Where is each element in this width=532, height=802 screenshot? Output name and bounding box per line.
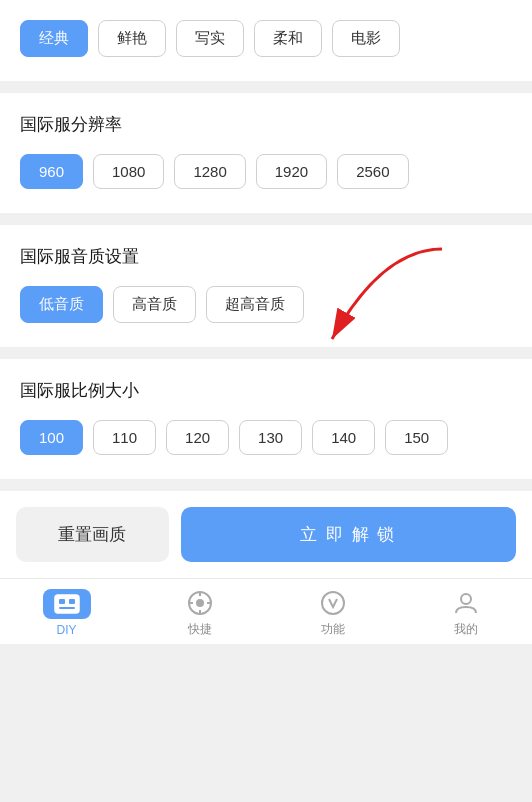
resolution-option-2[interactable]: 1280: [174, 154, 245, 189]
audio-option-0[interactable]: 低音质: [20, 286, 103, 323]
color-section: 经典鲜艳写实柔和电影: [0, 0, 532, 81]
mine-icon: [452, 589, 480, 617]
unlock-button[interactable]: 立 即 解 锁: [181, 507, 517, 562]
svg-rect-4: [59, 607, 75, 609]
resolution-option-1[interactable]: 1080: [93, 154, 164, 189]
resolution-option-3[interactable]: 1920: [256, 154, 327, 189]
scale-option-3[interactable]: 130: [239, 420, 302, 455]
svg-rect-1: [55, 595, 79, 613]
diy-icon: [43, 589, 91, 619]
audio-title: 国际服音质设置: [20, 245, 512, 268]
audio-section: 国际服音质设置 低音质高音质超高音质: [0, 225, 532, 347]
svg-point-12: [461, 594, 471, 604]
color-option-2[interactable]: 写实: [176, 20, 244, 57]
resolution-title: 国际服分辨率: [20, 113, 512, 136]
func-icon: [319, 589, 347, 617]
scale-option-1[interactable]: 110: [93, 420, 156, 455]
nav-item-func[interactable]: 功能: [266, 589, 399, 638]
scale-options-row: 100110120130140150: [20, 420, 512, 455]
nav-label-mine: 我的: [454, 621, 478, 638]
svg-point-6: [196, 599, 204, 607]
svg-rect-2: [59, 599, 65, 604]
nav-label-func: 功能: [321, 621, 345, 638]
resolution-options-row: 9601080128019202560: [20, 154, 512, 189]
svg-point-11: [322, 592, 344, 614]
svg-rect-3: [69, 599, 75, 604]
resolution-option-4[interactable]: 2560: [337, 154, 408, 189]
scale-title: 国际服比例大小: [20, 379, 512, 402]
nav-item-diy[interactable]: DIY: [0, 589, 133, 638]
reset-button[interactable]: 重置画质: [16, 507, 169, 562]
scale-option-2[interactable]: 120: [166, 420, 229, 455]
audio-option-1[interactable]: 高音质: [113, 286, 196, 323]
scale-option-0[interactable]: 100: [20, 420, 83, 455]
color-option-4[interactable]: 电影: [332, 20, 400, 57]
color-option-1[interactable]: 鲜艳: [98, 20, 166, 57]
audio-option-2[interactable]: 超高音质: [206, 286, 304, 323]
scale-section: 国际服比例大小 100110120130140150: [0, 359, 532, 479]
resolution-section: 国际服分辨率 9601080128019202560: [0, 93, 532, 213]
scale-option-5[interactable]: 150: [385, 420, 448, 455]
nav-label-diy: DIY: [56, 623, 76, 637]
color-option-3[interactable]: 柔和: [254, 20, 322, 57]
resolution-option-0[interactable]: 960: [20, 154, 83, 189]
nav-item-quick[interactable]: 快捷: [133, 589, 266, 638]
color-options-row: 经典鲜艳写实柔和电影: [20, 20, 512, 57]
nav-item-mine[interactable]: 我的: [399, 589, 532, 638]
bottom-nav: DIY快捷功能我的: [0, 578, 532, 644]
quick-icon: [186, 589, 214, 617]
audio-options-row: 低音质高音质超高音质: [20, 286, 512, 323]
nav-label-quick: 快捷: [188, 621, 212, 638]
color-option-0[interactable]: 经典: [20, 20, 88, 57]
scale-option-4[interactable]: 140: [312, 420, 375, 455]
action-row: 重置画质 立 即 解 锁: [0, 491, 532, 578]
